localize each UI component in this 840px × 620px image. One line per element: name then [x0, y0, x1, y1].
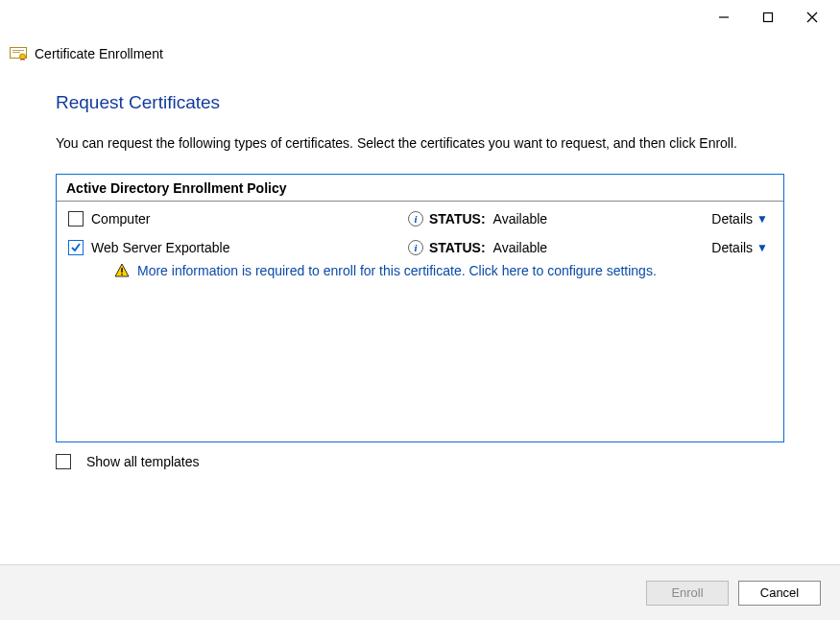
- details-toggle-computer[interactable]: Details ▼: [711, 211, 770, 227]
- status-cell: i STATUS: Available: [408, 211, 711, 227]
- page-heading: Request Certificates: [56, 92, 784, 113]
- svg-rect-1: [764, 13, 773, 22]
- minimize-button[interactable]: [702, 2, 746, 33]
- status-value: Available: [493, 211, 548, 227]
- window-title: Certificate Enrollment: [35, 46, 163, 61]
- chevron-down-icon: ▼: [756, 212, 768, 226]
- status-cell: i STATUS: Available: [408, 240, 711, 255]
- header: Certificate Enrollment: [0, 35, 840, 69]
- details-label: Details: [711, 211, 753, 227]
- footer: Enroll Cancel: [0, 564, 840, 620]
- chevron-down-icon: ▼: [756, 241, 768, 254]
- enroll-button[interactable]: Enroll: [646, 581, 729, 606]
- titlebar: [0, 0, 840, 35]
- show-all-label: Show all templates: [86, 454, 200, 469]
- certificate-icon: [10, 47, 27, 60]
- status-label: STATUS:: [429, 211, 486, 227]
- certificate-row-web-server: Web Server Exportable i STATUS: Availabl…: [57, 230, 783, 259]
- configure-settings-link[interactable]: More information is required to enroll f…: [137, 263, 657, 278]
- warning-icon: [114, 263, 130, 278]
- svg-rect-10: [121, 274, 122, 275]
- info-icon: i: [408, 211, 423, 227]
- page-description: You can request the following types of c…: [56, 134, 766, 153]
- svg-rect-9: [121, 268, 122, 273]
- warning-row: More information is required to enroll f…: [57, 259, 783, 288]
- details-label: Details: [711, 240, 753, 255]
- close-button[interactable]: [790, 2, 834, 33]
- info-icon: i: [408, 240, 423, 255]
- policy-box: Active Directory Enrollment Policy Compu…: [56, 174, 784, 442]
- checkbox-web-server[interactable]: [68, 240, 84, 255]
- details-toggle-web-server[interactable]: Details ▼: [711, 240, 770, 255]
- certificate-row-computer: Computer i STATUS: Available Details ▼: [57, 202, 783, 230]
- certificate-name: Web Server Exportable: [91, 240, 408, 255]
- status-value: Available: [493, 240, 548, 255]
- policy-header: Active Directory Enrollment Policy: [57, 175, 783, 202]
- maximize-button[interactable]: [746, 2, 790, 33]
- certificate-name: Computer: [91, 211, 408, 227]
- content-area: Request Certificates You can request the…: [0, 69, 840, 442]
- show-all-row: Show all templates: [0, 442, 840, 481]
- checkbox-show-all[interactable]: [56, 454, 71, 469]
- status-label: STATUS:: [429, 240, 486, 255]
- checkbox-computer[interactable]: [68, 211, 84, 227]
- cancel-button[interactable]: Cancel: [738, 581, 821, 606]
